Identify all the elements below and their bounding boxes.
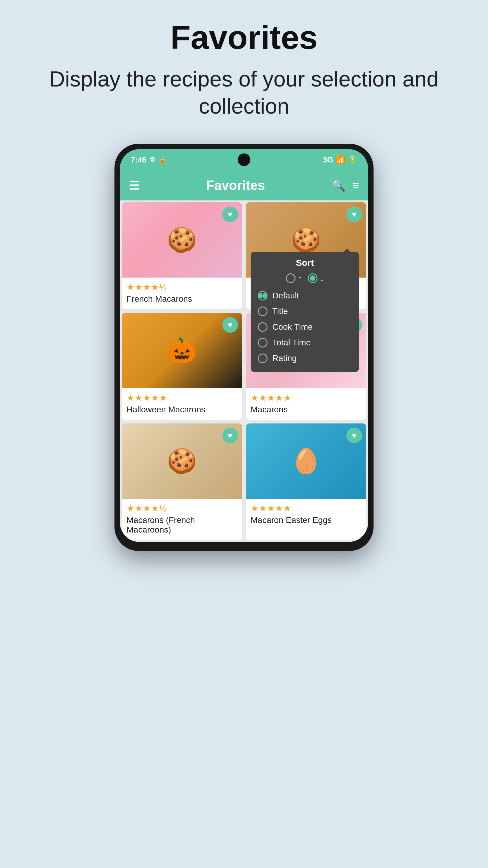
phone-shell: 7:46 ⚙ 🔒 3G 📶 🔋 ☰ Favorites 🔍 ≡ <box>115 144 373 551</box>
card-info: ★★★★★ Halloween Macarons <box>122 388 242 420</box>
recipe-name: French Macarons <box>127 294 237 304</box>
descending-label: ↓ <box>320 274 324 283</box>
radio-descending[interactable] <box>308 273 318 283</box>
battery-icon: 🔋 <box>348 155 357 164</box>
sort-direction-row: ↑ ↓ <box>258 273 352 283</box>
radio-ascending[interactable] <box>286 273 295 283</box>
sort-option-total-time-label: Total Time <box>272 338 311 347</box>
recipe-area: 🍪 ♥ ★★★★½ French Macarons 🍪 ♥ ★ Fren… <box>120 200 368 542</box>
sort-filter-icon[interactable]: ≡ <box>353 179 359 192</box>
search-icon[interactable]: 🔍 <box>331 179 346 192</box>
sort-option-cook-time-label: Cook Time <box>272 322 313 332</box>
sort-option-default[interactable]: Default <box>258 288 352 304</box>
recipe-name: Halloween Macarons <box>127 405 237 414</box>
phone-screen: 7:46 ⚙ 🔒 3G 📶 🔋 ☰ Favorites 🔍 ≡ <box>120 149 368 542</box>
recipe-card[interactable]: 🥚 ♥ ★★★★★ Macaron Easter Eggs <box>246 424 366 540</box>
star-rating: ★★★★½ <box>127 282 237 292</box>
sort-option-title[interactable]: Title <box>258 304 352 319</box>
app-bar-actions: 🔍 ≡ <box>331 179 359 192</box>
radio-title[interactable] <box>258 307 267 316</box>
star-rating: ★★★★★ <box>251 503 361 514</box>
page-subtitle: Display the recipes of your selection an… <box>48 65 440 120</box>
card-info: ★★★★★ Macarons <box>246 388 366 420</box>
sort-title: Sort <box>258 258 352 268</box>
app-bar-title: Favorites <box>146 178 325 193</box>
camera-dot <box>238 153 250 166</box>
favorite-badge[interactable]: ♥ <box>222 207 238 222</box>
app-bar: ☰ Favorites 🔍 ≡ <box>120 170 368 200</box>
sort-option-rating[interactable]: Rating <box>258 350 352 366</box>
recipe-name: Macarons (French Macaroons) <box>127 516 237 535</box>
recipe-card[interactable]: 🎃 ♥ ★★★★★ Halloween Macarons <box>122 313 242 420</box>
menu-icon[interactable]: ☰ <box>129 179 140 192</box>
sort-option-title-label: Title <box>272 307 288 316</box>
signal-icon: 📶 <box>335 155 345 164</box>
status-network: 3G 📶 🔋 <box>323 155 357 164</box>
favorite-badge[interactable]: ♥ <box>347 207 362 222</box>
sort-ascending[interactable]: ↑ <box>286 273 302 283</box>
status-bar: 7:46 ⚙ 🔒 3G 📶 🔋 <box>120 149 368 170</box>
ascending-label: ↑ <box>298 274 302 283</box>
star-rating: ★★★★★ <box>251 393 361 403</box>
sort-option-default-label: Default <box>272 291 299 301</box>
favorite-badge[interactable]: ♥ <box>347 428 362 443</box>
status-time: 7:46 ⚙ 🔒 <box>131 155 167 164</box>
card-info: ★★★★½ French Macarons <box>122 278 242 309</box>
radio-total-time[interactable] <box>258 338 267 347</box>
page-title: Favorites <box>170 18 318 56</box>
star-rating: ★★★★★ <box>127 393 237 403</box>
favorite-badge[interactable]: ♥ <box>222 317 238 333</box>
settings-icon: ⚙ <box>150 156 156 164</box>
sort-option-rating-label: Rating <box>272 353 297 363</box>
sort-option-cook-time[interactable]: Cook Time <box>258 319 352 335</box>
recipe-name: Macaron Easter Eggs <box>251 516 361 525</box>
recipe-card[interactable]: 🍪 ♥ ★★★★½ French Macarons <box>122 202 242 309</box>
sort-option-total-time[interactable]: Total Time <box>258 335 352 350</box>
sort-dropdown[interactable]: Sort ↑ ↓ Default <box>251 252 359 372</box>
recipe-name: Macarons <box>251 405 361 414</box>
lock-icon: 🔒 <box>158 156 167 164</box>
radio-rating[interactable] <box>258 353 267 363</box>
star-rating: ★★★★½ <box>127 503 237 514</box>
card-info: ★★★★★ Macaron Easter Eggs <box>246 499 366 530</box>
recipe-card[interactable]: 🍪 ♥ ★★★★½ Macarons (French Macaroons) <box>122 424 242 540</box>
sort-descending[interactable]: ↓ <box>308 273 324 283</box>
favorite-badge[interactable]: ♥ <box>222 428 238 443</box>
card-info: ★★★★½ Macarons (French Macaroons) <box>122 499 242 540</box>
radio-cook-time[interactable] <box>258 322 267 332</box>
